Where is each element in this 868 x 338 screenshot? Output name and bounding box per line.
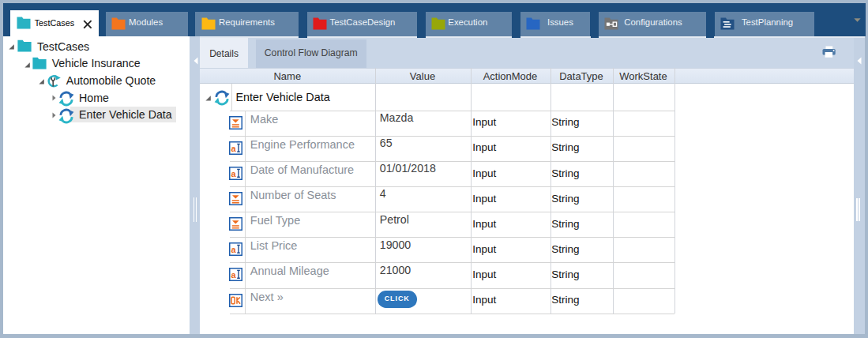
svg-text:a: a — [231, 270, 236, 280]
svg-text:a: a — [231, 143, 236, 152]
svg-text:a: a — [231, 169, 236, 178]
svg-text:a: a — [231, 245, 236, 254]
